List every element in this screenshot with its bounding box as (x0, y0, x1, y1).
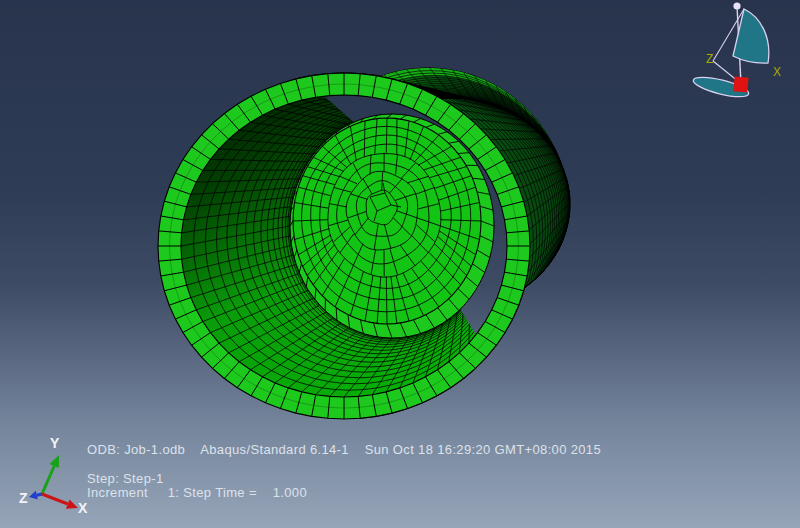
viewport-canvas[interactable]: Z X Y X Z (0, 0, 800, 528)
triad-y-label: Y (50, 435, 60, 451)
inner-cylinder-face (293, 118, 481, 324)
triad-x-label: X (78, 500, 88, 516)
triad-z-label: Z (19, 490, 28, 506)
compass-z-label: Z (706, 52, 713, 66)
compass-x-label: X (773, 65, 781, 79)
compass-marker (733, 76, 748, 92)
compass-knob (733, 2, 740, 9)
abaqus-viewport[interactable]: Z X Y X Z ODB: Job-1.odb Abaqus/Standard… (0, 0, 800, 528)
